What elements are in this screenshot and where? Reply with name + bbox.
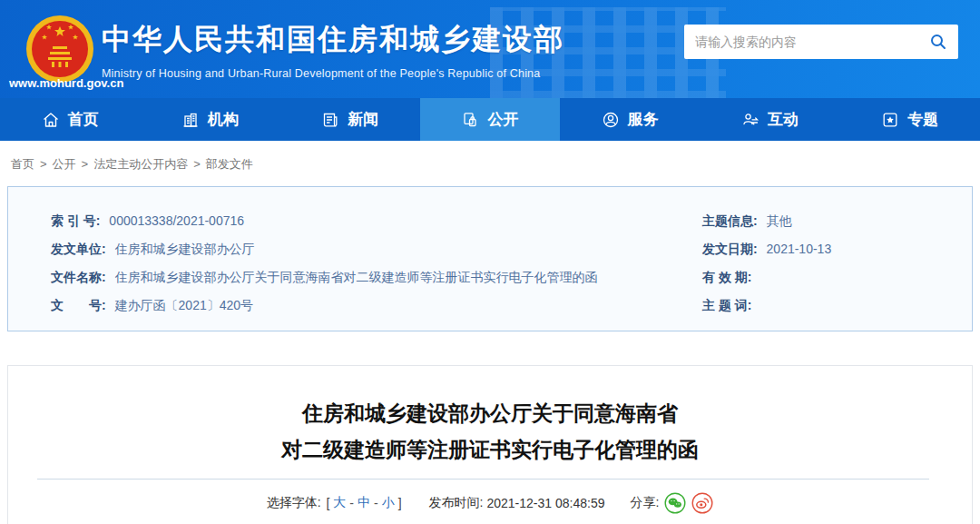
article-title: 住房和城乡建设部办公厅关于同意海南省 对二级建造师等注册证书实行电子化管理的函 bbox=[8, 395, 972, 468]
meta-label: 发文日期: bbox=[702, 242, 758, 256]
site-header: 中华人民共和国住房和城乡建设部 Ministry of Housing and … bbox=[0, 0, 980, 98]
meta-label: 有 效 期: bbox=[702, 270, 751, 284]
site-subtitle: Ministry of Housing and Urban-Rural Deve… bbox=[102, 67, 564, 80]
breadcrumb-separator: > bbox=[40, 157, 47, 171]
meta-row-index-number: 索 引 号: 000013338/2021-00716 bbox=[51, 207, 686, 235]
nav-item-interaction[interactable]: 互动 bbox=[700, 98, 839, 141]
site-title-block: 中华人民共和国住房和城乡建设部 Ministry of Housing and … bbox=[102, 20, 564, 80]
disclosure-icon bbox=[461, 111, 479, 129]
document-meta-box: 索 引 号: 000013338/2021-00716 发文单位: 住房和城乡建… bbox=[7, 186, 973, 331]
meta-row-keywords: 主 题 词: bbox=[702, 292, 954, 320]
news-icon bbox=[321, 111, 339, 129]
title-divider bbox=[37, 479, 929, 480]
article-title-line2: 对二级建造师等注册证书实行电子化管理的函 bbox=[8, 431, 972, 468]
search-input[interactable] bbox=[695, 35, 929, 49]
nav-item-label: 新闻 bbox=[348, 109, 378, 130]
meta-value: 建办厅函〔2021〕420号 bbox=[115, 298, 254, 312]
meta-value: 000013338/2021-00716 bbox=[109, 213, 244, 228]
breadcrumb-separator: > bbox=[82, 157, 89, 171]
meta-row-issuing-unit: 发文单位: 住房和城乡建设部办公厅 bbox=[51, 235, 686, 263]
topics-icon bbox=[881, 111, 899, 129]
share-group: 分享: bbox=[630, 492, 713, 514]
meta-column-left: 索 引 号: 000013338/2021-00716 发文单位: 住房和城乡建… bbox=[51, 207, 686, 320]
meta-row-topic-info: 主题信息: 其他 bbox=[702, 207, 954, 235]
meta-label: 发文单位: bbox=[51, 242, 106, 256]
nav-item-label: 公开 bbox=[487, 109, 518, 130]
meta-value: 其他 bbox=[767, 213, 792, 228]
article-box: 住房和城乡建设部办公厅关于同意海南省 对二级建造师等注册证书实行电子化管理的函 … bbox=[7, 365, 973, 524]
meta-label: 文 号: bbox=[51, 298, 106, 312]
meta-row-validity: 有 效 期: bbox=[702, 263, 954, 292]
breadcrumb: 首页>公开>法定主动公开内容>部发文件 bbox=[0, 141, 980, 186]
nav-item-news[interactable]: 新闻 bbox=[280, 98, 420, 141]
meta-row-issue-date: 发文日期: 2021-10-13 bbox=[702, 235, 954, 263]
breadcrumb-separator: > bbox=[193, 157, 201, 171]
font-size-medium-button[interactable]: 中 bbox=[358, 495, 370, 511]
nav-item-label: 服务 bbox=[628, 109, 659, 130]
wechat-icon[interactable] bbox=[664, 492, 686, 514]
font-bracket-close: ] bbox=[398, 496, 402, 510]
meta-label: 索 引 号: bbox=[51, 213, 100, 228]
china-national-emblem-icon bbox=[25, 15, 94, 84]
nav-item-label: 首页 bbox=[68, 109, 99, 130]
breadcrumb-item-statutory-content[interactable]: 法定主动公开内容 bbox=[93, 157, 188, 171]
nav-item-organization[interactable]: 机构 bbox=[140, 98, 279, 141]
nav-item-service[interactable]: 服务 bbox=[560, 98, 700, 141]
meta-value: 2021-10-13 bbox=[767, 242, 832, 256]
meta-row-document-number: 文 号: 建办厅函〔2021〕420号 bbox=[51, 292, 686, 320]
home-icon bbox=[42, 111, 60, 129]
share-label: 分享: bbox=[630, 495, 659, 511]
article-title-line1: 住房和城乡建设部办公厅关于同意海南省 bbox=[8, 395, 972, 431]
site-title: 中华人民共和国住房和城乡建设部 bbox=[102, 20, 564, 60]
nav-item-topics[interactable]: 专题 bbox=[840, 98, 980, 141]
search-box bbox=[684, 25, 958, 59]
nav-item-label: 机构 bbox=[208, 109, 239, 130]
breadcrumb-item-ministry-documents[interactable]: 部发文件 bbox=[206, 157, 253, 171]
publish-time-label: 发布时间: bbox=[429, 495, 484, 511]
meta-value: 住房和城乡建设部办公厅 bbox=[115, 242, 255, 256]
nav-item-label: 互动 bbox=[768, 109, 799, 130]
meta-label: 主题信息: bbox=[702, 213, 758, 228]
meta-value: 住房和城乡建设部办公厅关于同意海南省对二级建造师等注册证书实行电子化管理的函 bbox=[115, 270, 598, 284]
article-meta-row: 选择字体: [ 大 - 中 - 小 ] 发布时间: 2021-12-31 08:… bbox=[8, 492, 972, 514]
service-icon bbox=[602, 111, 620, 129]
font-size-small-button[interactable]: 小 bbox=[382, 495, 395, 511]
search-icon[interactable] bbox=[929, 33, 947, 51]
meta-label: 主 题 词: bbox=[702, 298, 751, 312]
site-url: www.mohurd.gov.cn bbox=[9, 76, 123, 90]
font-bracket-open: [ bbox=[326, 496, 329, 510]
publish-time-value: 2021-12-31 08:48:59 bbox=[486, 496, 604, 510]
font-size-separator: - bbox=[349, 496, 354, 510]
font-size-label: 选择字体: bbox=[267, 495, 321, 511]
main-nav: 首页 机构 新闻 公开 bbox=[0, 98, 980, 141]
nav-item-label: 专题 bbox=[907, 109, 938, 130]
breadcrumb-item-disclosure[interactable]: 公开 bbox=[53, 157, 76, 171]
meta-column-right: 主题信息: 其他 发文日期: 2021-10-13 有 效 期: 主 题 词: bbox=[702, 207, 954, 320]
font-size-separator: - bbox=[374, 496, 378, 510]
nav-item-disclosure[interactable]: 公开 bbox=[420, 98, 560, 141]
nav-item-home[interactable]: 首页 bbox=[0, 98, 140, 141]
interaction-icon bbox=[741, 111, 760, 129]
breadcrumb-item-home[interactable]: 首页 bbox=[11, 157, 34, 171]
organization-icon bbox=[181, 111, 200, 129]
weibo-icon[interactable] bbox=[691, 492, 713, 514]
meta-row-document-name: 文件名称: 住房和城乡建设部办公厅关于同意海南省对二级建造师等注册证书实行电子化… bbox=[51, 263, 686, 292]
meta-label: 文件名称: bbox=[51, 270, 106, 284]
font-size-large-button[interactable]: 大 bbox=[333, 495, 346, 511]
